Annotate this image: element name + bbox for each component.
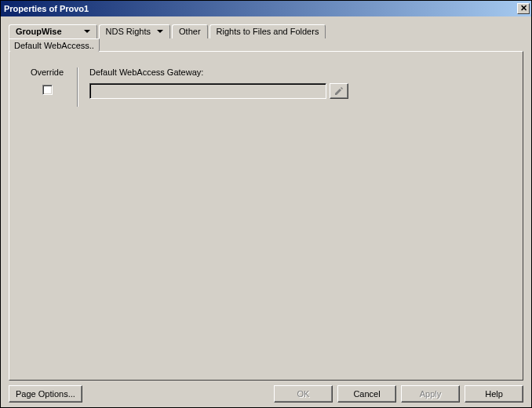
apply-button[interactable]: Apply	[401, 385, 460, 403]
tab-panel: Override Default WebAccess Gateway:	[9, 51, 523, 381]
tab-other[interactable]: Other	[172, 24, 208, 38]
panel-body: Override Default WebAccess Gateway:	[24, 67, 508, 107]
subtab-label: Default WebAccess..	[14, 41, 94, 50]
tab-rights-files-folders[interactable]: Rights to Files and Folders	[210, 24, 326, 38]
gateway-input-row	[89, 83, 348, 99]
help-label: Help	[485, 389, 503, 399]
tab-other-label: Other	[179, 27, 201, 36]
ok-button[interactable]: OK	[274, 385, 333, 403]
tab-row-primary: GroupWise NDS Rights Other Rights to Fil…	[9, 23, 523, 38]
dropdown-arrow-icon	[84, 30, 90, 33]
apply-label: Apply	[420, 389, 442, 399]
gateway-column: Default WebAccess Gateway:	[89, 67, 508, 107]
content-area: GroupWise NDS Rights Other Rights to Fil…	[1, 16, 531, 407]
button-row: Page Options... OK Cancel Apply Help	[9, 381, 523, 403]
tab-container: GroupWise NDS Rights Other Rights to Fil…	[9, 23, 523, 52]
tab-nds-rights[interactable]: NDS Rights	[99, 24, 170, 38]
override-column: Override	[24, 67, 71, 107]
gateway-input[interactable]	[89, 83, 326, 99]
title-bar: Properties of Provo1 ✕	[1, 1, 531, 16]
subtab-default-webaccess[interactable]: Default WebAccess..	[9, 38, 100, 52]
cancel-button[interactable]: Cancel	[337, 385, 396, 403]
override-checkbox[interactable]	[42, 85, 53, 95]
cancel-label: Cancel	[353, 389, 380, 399]
gateway-label: Default WebAccess Gateway:	[89, 67, 508, 77]
window-title: Properties of Provo1	[4, 4, 89, 13]
help-button[interactable]: Help	[465, 385, 523, 403]
button-group-right: OK Cancel Apply Help	[274, 385, 523, 403]
close-button[interactable]: ✕	[517, 3, 530, 14]
tab-groupwise-label: GroupWise	[16, 27, 62, 36]
vertical-divider	[77, 67, 78, 107]
gateway-browse-button[interactable]	[330, 83, 348, 99]
dropdown-arrow-icon	[157, 30, 163, 33]
tab-rights-label: Rights to Files and Folders	[217, 27, 319, 36]
properties-window: Properties of Provo1 ✕ GroupWise NDS Rig…	[0, 0, 532, 408]
tab-row-secondary: Default WebAccess..	[9, 38, 523, 52]
tab-groupwise[interactable]: GroupWise	[9, 24, 97, 38]
tab-nds-label: NDS Rights	[106, 27, 151, 36]
page-options-button[interactable]: Page Options...	[9, 385, 82, 403]
ok-label: OK	[297, 389, 310, 399]
close-icon: ✕	[520, 3, 527, 13]
page-options-label: Page Options...	[16, 389, 75, 399]
override-label: Override	[24, 67, 71, 77]
pencil-icon	[334, 86, 344, 96]
